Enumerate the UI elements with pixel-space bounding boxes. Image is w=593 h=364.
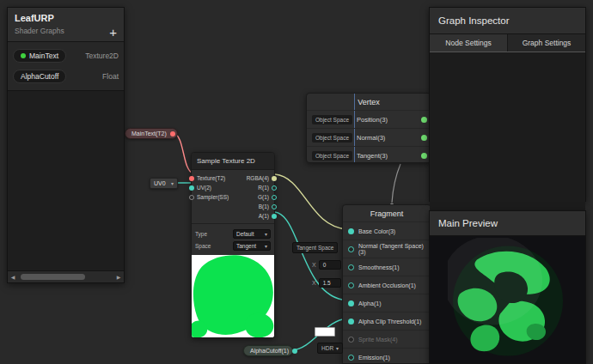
vertex-row-position: Object Space Position(3) (307, 110, 431, 128)
blackboard-empty-area (8, 91, 124, 270)
alphacutoff-property-node[interactable]: AlphaCutoff(1) (243, 345, 293, 356)
uv-input-port[interactable] (189, 185, 194, 191)
normal-port[interactable] (421, 135, 427, 141)
chevron-down-icon (333, 345, 339, 351)
shader-subtitle: Shader Graphs (15, 27, 117, 35)
smoothness-port[interactable] (348, 264, 354, 270)
tab-node-settings[interactable]: Node Settings (430, 34, 507, 52)
alpha-port[interactable] (348, 300, 354, 306)
a-output-port[interactable] (272, 214, 277, 219)
inspector-tab-bar: Node Settings Graph Settings (430, 34, 585, 52)
base-color-port[interactable] (348, 228, 354, 234)
sample-texture-settings: Type Default Space Tangent (192, 223, 274, 255)
smoothness-default-field[interactable]: X 0 (312, 260, 341, 270)
wire-vertex-to-fragment[interactable] (392, 164, 400, 203)
inspector-title: Graph Inspector (430, 8, 585, 34)
emission-port[interactable] (348, 355, 354, 361)
texture-preview-image (192, 255, 274, 337)
r-output-port[interactable] (272, 185, 277, 191)
sampler-input-port[interactable] (189, 195, 194, 200)
tab-graph-settings[interactable]: Graph Settings (507, 34, 585, 52)
space-label: Space (195, 243, 211, 249)
emission-hdr-dropdown[interactable]: HDR (317, 343, 343, 354)
graph-inspector-panel[interactable]: Graph Inspector Node Settings Graph Sett… (429, 7, 586, 202)
port-label: R(1) (258, 185, 269, 191)
rgba-output-port[interactable] (272, 176, 277, 181)
horizontal-scrollbar[interactable] (8, 270, 124, 282)
blackboard-panel[interactable]: LeafURP Shader Graphs + MainText Texture… (7, 7, 125, 283)
fragment-row-basecolor: Base Color(3) (343, 221, 431, 240)
scroll-right-icon[interactable] (113, 274, 124, 280)
port-label: B(1) (259, 203, 269, 209)
fragment-row-alpha-clip: Alpha Clip Threshold(1) (343, 312, 431, 330)
texture-input-port[interactable] (189, 176, 194, 181)
port-row: A(1) (247, 211, 274, 221)
port-label: Tangent(3) (357, 152, 388, 160)
port-label: Alpha(1) (358, 300, 381, 306)
port-row: G(1) (247, 192, 274, 202)
alphacutoff-node-label: AlphaCutoff(1) (250, 348, 289, 354)
fragment-row-emission: Emission(1) (343, 348, 431, 364)
property-type: Texture2D (85, 52, 119, 60)
chevron-down-icon (168, 180, 174, 186)
space-value: Tangent (236, 243, 256, 249)
scrollbar-track[interactable] (18, 273, 113, 281)
space-dropdown[interactable]: Tangent (233, 241, 271, 251)
chevron-down-icon (262, 243, 267, 249)
node-title: Sample Texture 2D (192, 153, 274, 170)
port-row: B(1) (247, 202, 274, 211)
property-pill[interactable]: MainText (13, 49, 66, 63)
emission-color-swatch[interactable] (315, 327, 335, 337)
ao-value-input[interactable]: 1.5 (319, 278, 341, 288)
main-preview-panel[interactable]: Main Preview (429, 210, 586, 364)
scrollbar-thumb[interactable] (21, 274, 85, 280)
ambient-occlusion-port[interactable] (348, 282, 354, 288)
port-label: Sampler(SS) (197, 194, 229, 200)
fragment-row-smoothness: Smoothness(1) (343, 258, 431, 276)
type-dropdown[interactable]: Default (233, 229, 271, 239)
property-pill[interactable]: AlphaCutoff (13, 70, 66, 83)
space-dropdown[interactable]: Object Space (312, 151, 352, 161)
tangent-port[interactable] (421, 153, 427, 159)
normal-space-dropdown[interactable]: Tangent Space (292, 242, 338, 253)
preview-viewport[interactable] (430, 236, 585, 364)
port-label: UV(2) (197, 185, 211, 191)
maintext-property-node[interactable]: MainText(T2) (125, 128, 178, 139)
position-port[interactable] (421, 117, 427, 123)
sprite-mask-port[interactable] (348, 337, 354, 343)
uv-channel-dropdown[interactable]: UV0 (150, 178, 178, 189)
property-row-maintext[interactable]: MainText Texture2D (13, 49, 119, 63)
sample-texture-2d-node[interactable]: Sample Texture 2D Texture(T2) UV(2) Samp… (191, 152, 275, 338)
shader-graph-canvas[interactable]: MainText(T2) UV0 AlphaCutoff(1) Sample T… (0, 0, 593, 364)
normal-port[interactable] (348, 246, 354, 252)
property-name: MainText (29, 52, 58, 60)
property-list: MainText Texture2D AlphaCutoff Float (8, 42, 124, 91)
vertex-context-node[interactable]: Vertex Object Space Position(3) Object S… (306, 93, 431, 163)
type-value: Default (236, 231, 254, 237)
x-axis-label: X (312, 262, 316, 268)
vertex-row-normal: Object Space Normal(3) (307, 128, 431, 146)
chevron-down-icon (262, 231, 267, 237)
port-row: R(1) (247, 183, 274, 192)
fragment-row-sprite-mask: Sprite Mask(4) (343, 330, 431, 348)
space-dropdown[interactable]: Object Space (312, 115, 352, 124)
preview-sphere[interactable] (448, 238, 568, 364)
fragment-context-node[interactable]: Fragment Base Color(3) Normal (Tangent S… (342, 204, 431, 364)
alpha-clip-threshold-port[interactable] (348, 318, 354, 325)
ambient-occlusion-default-field[interactable]: X 1.5 (312, 278, 341, 288)
fragment-row-alpha: Alpha(1) (343, 294, 431, 312)
float-output-port[interactable] (292, 349, 297, 354)
blackboard-header: LeafURP Shader Graphs + (8, 8, 124, 42)
fragment-row-ambient-occlusion: Ambient Occlusion(1) (343, 276, 431, 294)
b-output-port[interactable] (272, 204, 277, 209)
scroll-left-icon[interactable] (8, 274, 18, 280)
port-label: Ambient Occlusion(1) (358, 282, 416, 288)
space-dropdown[interactable]: Object Space (312, 133, 352, 143)
wire-rgba-to-basecolor[interactable] (275, 174, 347, 229)
texture2d-output-port[interactable] (170, 131, 175, 136)
add-property-button[interactable]: + (109, 26, 117, 39)
port-label: RGBA(4) (247, 175, 269, 181)
g-output-port[interactable] (272, 195, 277, 200)
smoothness-value-input[interactable]: 0 (319, 260, 341, 270)
property-row-alphacutoff[interactable]: AlphaCutoff Float (13, 70, 119, 83)
